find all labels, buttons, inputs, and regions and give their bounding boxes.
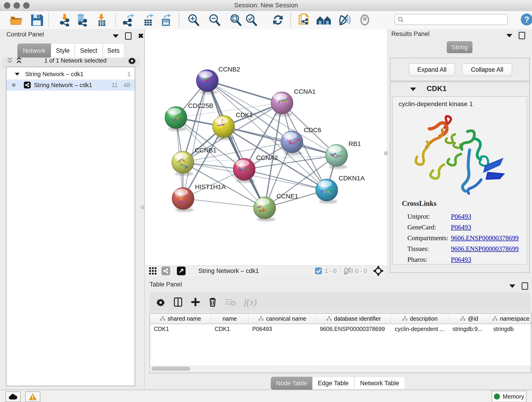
results-panel-float-icon[interactable] <box>506 34 512 37</box>
results-actions-box: Expand All Collapse All <box>390 58 530 81</box>
cloud-status-button[interactable] <box>6 391 21 402</box>
crosslink-link[interactable]: P06493 <box>451 213 471 220</box>
collapse-all-button[interactable]: Collapse All <box>462 63 512 76</box>
expand-all-button[interactable]: Expand All <box>409 63 455 76</box>
network-view-toolbar: String Network – cdk1 1 - 0 0 - 0 <box>145 265 387 276</box>
collection-expand-icon[interactable] <box>15 73 20 75</box>
node-table[interactable]: shared namenamecanonical namedatabase id… <box>150 313 531 373</box>
results-splitter-handle[interactable] <box>384 151 388 155</box>
table-cell[interactable]: CDK1 <box>211 324 249 334</box>
show-all-icon[interactable] <box>358 13 372 26</box>
network-node-cdc25b[interactable]: CDC25B <box>165 102 213 131</box>
network-canvas[interactable]: CCNB2CCNA1CDC25BCDK1CDC6RB1CCNB1CCNA2CDK… <box>145 29 387 265</box>
network-node-ccnb2[interactable]: CCNB2 <box>196 66 240 94</box>
open-session-icon[interactable] <box>9 13 23 26</box>
column-tree-icon <box>460 316 466 321</box>
string-view-icon[interactable] <box>162 267 170 275</box>
tab-edge-table[interactable]: Edge Table <box>312 377 354 390</box>
table-row[interactable]: CDK1CDK1P064939606.ENSP00000378699cyclin… <box>150 324 531 334</box>
warnings-button[interactable] <box>25 391 40 402</box>
network-node-ccne1[interactable]: CCNE1 <box>254 193 298 221</box>
grid-view-icon[interactable] <box>148 266 157 275</box>
tab-string[interactable]: String <box>447 41 472 53</box>
crosslink-link[interactable]: P06493 <box>451 256 471 263</box>
table-panel-float-icon[interactable] <box>509 284 515 288</box>
table-panel-maximize-icon[interactable] <box>522 282 528 290</box>
import-network-file-icon[interactable] <box>58 13 71 26</box>
left-splitter-handle[interactable] <box>141 205 145 209</box>
import-network-database-icon[interactable] <box>74 13 89 26</box>
gene-section: CDK1 cyclin-dependent kinase 1 <box>390 82 530 273</box>
zoom-out-icon[interactable] <box>208 13 221 26</box>
tab-node-table[interactable]: Node Table <box>271 377 312 390</box>
table-horizontal-scrollbar[interactable] <box>150 366 531 372</box>
column-header-canonical-name[interactable]: canonical name <box>249 313 316 324</box>
collapse-all-networks-icon[interactable] <box>6 57 14 64</box>
zoom-selected-icon[interactable] <box>244 13 258 26</box>
network-node-hist1h1a[interactable]: HIST1H1A <box>172 183 226 212</box>
crosslinks-title: CrossLinks <box>402 199 437 208</box>
column-header-description[interactable]: description <box>391 313 449 324</box>
open-in-window-icon[interactable] <box>177 267 186 275</box>
hide-selected-icon[interactable] <box>337 13 351 26</box>
zoom-fit-icon[interactable] <box>229 13 242 26</box>
crosslink-row: Pharos:P06493 <box>407 256 526 263</box>
table-cell[interactable]: stringdb <box>490 324 531 334</box>
results-panel-maximize-icon[interactable] <box>519 32 525 39</box>
table-cell[interactable]: cyclin-dependent ... <box>391 324 449 334</box>
crosslink-link[interactable]: P06493 <box>451 223 471 231</box>
crosslink-link[interactable]: 9606.ENSP00000378699 <box>451 245 519 253</box>
crosslink-label: Tissues: <box>407 245 451 253</box>
gene-details: cyclin-dependent kinase 1 <box>392 96 527 264</box>
column-header-database-identifier[interactable]: database identifier <box>316 313 391 324</box>
export-table-icon[interactable] <box>142 13 155 26</box>
control-panel-maximize-icon[interactable] <box>125 32 132 40</box>
search-input[interactable] <box>404 16 501 23</box>
birds-eye-view-icon[interactable] <box>316 13 331 26</box>
export-image-icon[interactable] <box>160 13 173 26</box>
network-collection-row[interactable]: String Network – cdk1 1 <box>6 69 135 80</box>
table-cell[interactable]: 9606.ENSP00000378699 <box>316 324 391 334</box>
network-node-rb1[interactable]: RB1 <box>326 140 361 169</box>
hidden-eye-icon[interactable] <box>343 267 353 275</box>
import-table-file-icon[interactable] <box>95 13 108 26</box>
delete-column-icon[interactable] <box>208 297 217 307</box>
control-panel-close-icon[interactable]: ✖ <box>138 33 144 39</box>
table-cell[interactable]: P06493 <box>249 324 316 334</box>
table-cell[interactable]: CDK1 <box>150 324 211 334</box>
memory-button[interactable]: Memory <box>492 391 526 402</box>
network-node-ccna1[interactable]: CCNA1 <box>271 88 316 116</box>
table-options-gear-icon[interactable] <box>156 298 165 307</box>
network-options-gear-icon[interactable] <box>128 56 136 65</box>
network-current-dot <box>12 83 16 87</box>
cloud-icon <box>8 394 18 400</box>
fit-content-crosshair-icon[interactable] <box>373 266 384 276</box>
window-title: Session: New Session <box>0 2 532 9</box>
refresh-icon[interactable] <box>271 13 285 26</box>
column-header--id[interactable]: @id <box>449 313 490 324</box>
selected-checkbox-icon[interactable] <box>315 267 322 275</box>
crosslink-link[interactable]: 9606.ENSP00000378699 <box>451 234 519 242</box>
expand-all-networks-icon[interactable] <box>15 57 23 64</box>
table-cell[interactable]: stringdb:9... <box>449 324 490 334</box>
column-header-namespace[interactable]: namespace <box>490 313 531 324</box>
new-network-from-selection-icon[interactable] <box>297 13 311 26</box>
node-label: CDC6 <box>304 127 321 134</box>
column-header-name[interactable]: name <box>211 313 249 324</box>
gene-section-collapse-icon[interactable] <box>410 88 416 91</box>
scrollbar-thumb[interactable] <box>152 367 190 371</box>
export-network-icon[interactable] <box>122 13 136 26</box>
search-box[interactable] <box>394 14 508 25</box>
network-node-cdk1[interactable]: CDK1 <box>213 111 253 140</box>
control-panel-float-icon[interactable] <box>113 34 119 38</box>
save-session-icon[interactable] <box>30 13 44 26</box>
zoom-in-icon[interactable] <box>186 13 200 26</box>
create-column-icon[interactable] <box>191 297 200 307</box>
network-row-selected[interactable]: String Network – cdk1 11 48 <box>6 80 135 90</box>
tab-network-table[interactable]: Network Table <box>354 377 405 390</box>
help-icon[interactable]: ? <box>520 13 532 26</box>
network-node-cdc6[interactable]: CDC6 <box>281 127 321 155</box>
show-columns-icon[interactable] <box>173 297 183 307</box>
network-node-cdkn1a[interactable]: CDKN1A <box>316 175 365 204</box>
column-header-shared-name[interactable]: shared name <box>150 313 211 324</box>
